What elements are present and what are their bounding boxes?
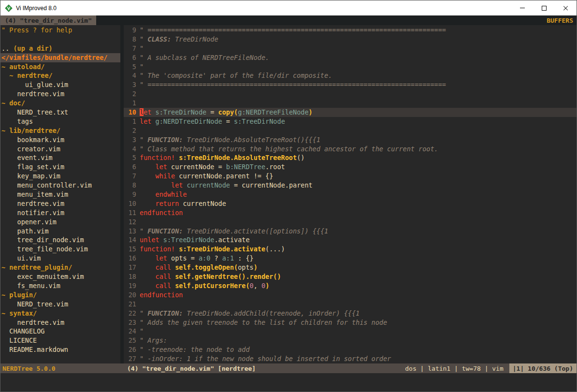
window-separator[interactable] [120, 25, 124, 363]
close-icon [563, 5, 569, 11]
tree-row[interactable]: NERD_tree.vim [0, 300, 120, 309]
code-line[interactable]: 2 [124, 89, 577, 99]
code-line[interactable]: 15function! s:TreeDirNode.activate(...) [124, 245, 577, 254]
tree-row[interactable]: tags [0, 117, 120, 126]
code-line[interactable]: 9 endwhile [124, 190, 577, 199]
line-number: 1 [124, 117, 140, 126]
code-line[interactable]: 24" [124, 327, 577, 336]
code-line[interactable]: 13" FUNCTION: TreeDirNode.activate([opti… [124, 227, 577, 236]
code-line[interactable]: 4" Class method that returns the highest… [124, 145, 577, 154]
tree-row[interactable]: exec_menuitem.vim [0, 272, 120, 281]
code-line[interactable]: 6 let currentNode = b:NERDTree.root [124, 162, 577, 172]
tree-text: path.vim [1, 227, 49, 235]
line-number: 1 [124, 99, 140, 108]
code-line[interactable]: 3" =====================================… [124, 80, 577, 89]
tree-row[interactable]: opener.vim [0, 218, 120, 227]
code-line[interactable]: 25" Args: [124, 336, 577, 345]
code-line[interactable]: 4" The 'composite' part of the file/dir … [124, 71, 577, 80]
code-line[interactable]: 8 let currentNode = currentNode.parent [124, 181, 577, 190]
tree-row[interactable]: path.vim [0, 227, 120, 236]
code-text: " [140, 62, 144, 72]
code-line[interactable]: 7 while currentNode.parent != {} [124, 172, 577, 181]
tree-row[interactable]: menu_item.vim [0, 190, 120, 199]
tree-row[interactable]: notifier.vim [0, 208, 120, 218]
code-line[interactable]: 18 call self.getNerdtree().render() [124, 272, 577, 281]
tree-row[interactable]: ~ doc/ [0, 99, 120, 108]
line-number: 18 [124, 272, 140, 281]
code-line[interactable]: 1let g:NERDTreeDirNode = s:TreeDirNode [124, 117, 577, 126]
code-line[interactable]: 5" [124, 62, 577, 72]
close-button[interactable] [555, 0, 577, 15]
tree-row[interactable]: ui.vim [0, 254, 120, 263]
code-text: " FUNCTION: TreeDirNode.AbsoluteTreeRoot… [140, 135, 320, 145]
code-line[interactable]: 12 [124, 218, 577, 227]
tree-row[interactable]: </vimfiles/bundle/nerdtree/ [0, 53, 120, 62]
tree-row[interactable]: nerdtree.vim [0, 89, 120, 99]
code-line[interactable]: 2 [124, 126, 577, 135]
tree-row[interactable]: fs_menu.vim [0, 281, 120, 290]
code-line[interactable]: 5function! s:TreeDirNode.AbsoluteTreeRoo… [124, 153, 577, 162]
code-line[interactable]: 14unlet s:TreeDirNode.activate [124, 235, 577, 245]
tree-row[interactable]: event.vim [0, 153, 120, 162]
tree-row[interactable]: tree_dir_node.vim [0, 235, 120, 245]
code-line[interactable]: 6" A subclass of NERDTreeFileNode. [124, 53, 577, 62]
tree-row[interactable]: ~ autoload/ [0, 62, 120, 72]
code-line[interactable]: 10 return currentNode [124, 199, 577, 208]
code-line[interactable]: 1 [124, 99, 577, 108]
code-text: " -inOrder: 1 if the new node should be … [140, 354, 391, 363]
tree-text: exec_menuitem.vim [1, 273, 84, 280]
tree-row[interactable]: nerdtree.vim [0, 318, 120, 327]
line-number: 23 [124, 318, 140, 327]
tree-row[interactable]: README.markdown [0, 345, 120, 354]
tree-row[interactable]: LICENCE [0, 336, 120, 345]
line-number: 8 [124, 35, 140, 44]
tree-row[interactable]: .. (up a dir) [0, 44, 120, 53]
tab-current[interactable]: (4) "tree_dir_node.vim" [0, 15, 96, 25]
tree-row[interactable]: ~ nerdtree_plugin/ [0, 263, 120, 272]
tree-row[interactable]: NERD_tree.txt [0, 108, 120, 117]
tree-text [1, 35, 5, 43]
tree-row[interactable]: menu_controller.vim [0, 181, 120, 190]
code-line[interactable]: 7" [124, 44, 577, 53]
tree-row[interactable]: ui_glue.vim [0, 80, 120, 89]
tree-row[interactable]: ~ nerdtree/ [0, 71, 120, 80]
code-line[interactable]: 10let s:TreeDirNode = copy(g:NERDTreeFil… [124, 108, 577, 117]
tree-text: opener.vim [1, 218, 57, 226]
code-line[interactable]: 8" CLASS: TreeDirNode [124, 35, 577, 44]
tree-text: bookmark.vim [1, 136, 64, 144]
tree-row[interactable]: ~ plugin/ [0, 290, 120, 300]
code-line[interactable]: 17 call self.toggleOpen(opts) [124, 263, 577, 272]
code-line[interactable]: 3" FUNCTION: TreeDirNode.AbsoluteTreeRoo… [124, 135, 577, 145]
maximize-icon [542, 6, 547, 11]
tree-row[interactable]: tree_file_node.vim [0, 245, 120, 254]
tree-text: ~ syntax/ [1, 309, 37, 317]
tree-row[interactable]: ~ syntax/ [0, 309, 120, 318]
code-line[interactable]: 22" FUNCTION: TreeDirNode.addChild(treen… [124, 309, 577, 318]
code-text: call self.getNerdtree().render() [140, 272, 281, 281]
code-line[interactable]: 16 let opts = a:0 ? a:1 : {} [124, 254, 577, 263]
tree-text: .. (up a dir) [1, 44, 53, 52]
code-line[interactable]: 26" -treenode: the node to add [124, 345, 577, 354]
tree-row[interactable] [0, 35, 120, 44]
tree-row[interactable]: CHANGELOG [0, 327, 120, 336]
tree-row[interactable]: creator.vim [0, 145, 120, 154]
code-line[interactable]: 21 [124, 300, 577, 309]
code-line[interactable]: 20endfunction [124, 290, 577, 300]
tree-row[interactable]: flag_set.vim [0, 162, 120, 172]
code-line[interactable]: 23" Adds the given treenode to the list … [124, 318, 577, 327]
code-line[interactable]: 19 call self.putCursorHere(0, 0) [124, 281, 577, 290]
tree-row[interactable]: nerdtree.vim [0, 199, 120, 208]
tree-text: menu_item.vim [1, 190, 68, 198]
code-line[interactable]: 27" -inOrder: 1 if the new node should b… [124, 354, 577, 363]
code-line[interactable]: 9" =====================================… [124, 26, 577, 35]
tree-text: ui_glue.vim [1, 81, 68, 88]
tree-row[interactable]: bookmark.vim [0, 135, 120, 145]
tree-row[interactable]: key_map.vim [0, 172, 120, 181]
code-text: unlet s:TreeDirNode.activate [140, 235, 250, 245]
code-line[interactable]: 11endfunction [124, 208, 577, 218]
tree-row[interactable]: ~ lib/nerdtree/ [0, 126, 120, 135]
maximize-button[interactable] [533, 0, 555, 15]
tree-row[interactable]: " Press ? for help [0, 26, 120, 35]
minimize-button[interactable] [511, 0, 533, 15]
code-text: call self.toggleOpen(opts) [140, 263, 258, 272]
